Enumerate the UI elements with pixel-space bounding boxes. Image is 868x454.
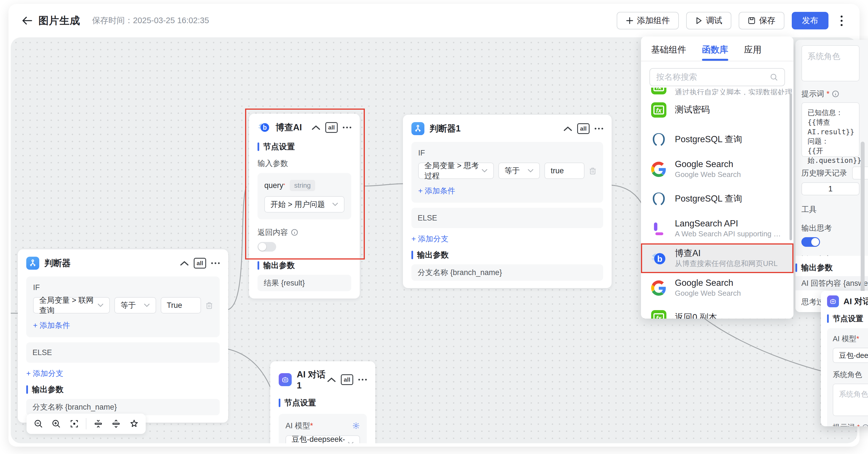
prompt-label: 提示词	[833, 422, 855, 426]
expand-nodes-icon[interactable]	[110, 418, 122, 430]
library-item-title: PostgreSQL 查询	[675, 193, 742, 204]
collapse-nodes-icon[interactable]	[92, 418, 104, 430]
properties-scrollbar[interactable]	[861, 142, 865, 311]
library-item-desc: 从博查搜索任何信息和网页URL	[675, 259, 778, 268]
prompt-textarea[interactable]: 已知信息：{{博查AI.result}}问题：{{开始.question}}	[801, 102, 860, 157]
library-item[interactable]: fx通过执行自定义脚本，实现数据处理	[641, 88, 794, 95]
return-content-toggle[interactable]	[257, 242, 276, 252]
bocha-node-icon: b	[257, 121, 271, 134]
library-item[interactable]: Google SearchGoogle Web Search	[641, 273, 794, 303]
delete-condition-icon[interactable]	[206, 301, 213, 309]
add-condition-link[interactable]: + 添加条件	[33, 320, 213, 331]
play-icon	[695, 17, 703, 25]
svg-text:fx: fx	[656, 315, 661, 319]
fit-view-icon[interactable]	[68, 418, 81, 430]
zoom-in-icon[interactable]	[50, 418, 62, 430]
library-item-title: 返回0 副本	[675, 312, 717, 319]
library-item[interactable]: PostgreSQL 查询	[641, 125, 794, 154]
condition-op-select[interactable]: 等于	[114, 297, 156, 313]
zoom-out-icon[interactable]	[32, 418, 44, 430]
query-value-select[interactable]: 开始 > 用户问题	[264, 196, 344, 212]
library-item-desc: Google Web Search	[675, 170, 741, 179]
svg-text:fx: fx	[656, 88, 661, 91]
library-scrollbar[interactable]	[789, 93, 792, 240]
publish-button[interactable]: 发布	[792, 12, 829, 29]
add-branch-link[interactable]: + 添加分支	[26, 368, 220, 378]
library-item[interactable]: PostgreSQL 查询	[641, 184, 794, 214]
debug-button[interactable]: 调试	[686, 12, 731, 29]
condition-value-input[interactable]: true	[545, 163, 585, 179]
tab-function-library[interactable]: 函数库	[702, 44, 728, 61]
canvas-toolbar	[27, 414, 146, 434]
collapse-icon[interactable]	[312, 125, 320, 130]
library-item-title: 博查AI	[675, 248, 778, 259]
node-menu-icon[interactable]	[343, 126, 351, 129]
run-all-icon[interactable]: all	[194, 258, 206, 268]
back-arrow-icon[interactable]	[21, 15, 33, 27]
run-all-icon[interactable]: all	[341, 374, 353, 385]
condition-op-select[interactable]: 等于	[498, 163, 540, 179]
node-judge1[interactable]: 判断器1 all IF 全局变量 > 思考过程 等于	[403, 115, 612, 288]
node-menu-icon[interactable]	[595, 128, 603, 130]
model-select[interactable]: 豆包-dee	[833, 348, 868, 363]
branch-name-output: 分支名称 {branch_name}	[26, 399, 220, 415]
condition-left-select[interactable]: 全局变量 > 联网查询	[33, 297, 110, 313]
tab-basic-components[interactable]: 基础组件	[651, 44, 686, 61]
node-menu-icon[interactable]	[358, 379, 367, 380]
info-icon	[862, 424, 868, 427]
top-bar: 图片生成 保存时间：2025-03-25 16:02:35 添加组件 调试 保存…	[8, 4, 860, 37]
node-menu-icon[interactable]	[211, 262, 220, 264]
system-role-textarea[interactable]: 系统角色	[833, 384, 868, 416]
save-button[interactable]: 保存	[739, 12, 784, 29]
library-item-title: 测试密码	[675, 104, 710, 115]
library-item[interactable]: fx测试密码	[641, 95, 794, 125]
collapse-icon[interactable]	[564, 126, 572, 131]
library-item-title: Google Search	[675, 159, 741, 170]
chat-history-input[interactable]: 1	[801, 182, 860, 195]
answer-output: AI 回答内容 {answer}	[796, 276, 868, 290]
node-bocha[interactable]: b 博查AI all 节点设置 输入参数 query* string 开始 > …	[249, 114, 360, 299]
condition-left-select[interactable]: 全局变量 > 思考过程	[418, 163, 494, 179]
else-branch[interactable]: ELSE	[411, 208, 603, 228]
add-component-button[interactable]: 添加组件	[617, 12, 679, 29]
output-thinking-label: 输出思考	[801, 223, 868, 233]
collapse-icon[interactable]	[327, 377, 336, 382]
library-search-input[interactable]: 按名称搜索	[649, 68, 785, 86]
chat-history-stepper[interactable]	[852, 167, 868, 179]
run-all-icon[interactable]: all	[577, 123, 590, 134]
output-params-label: 输出参数	[32, 384, 64, 395]
output-params-label: 输出参数	[417, 250, 449, 260]
node-judge[interactable]: 判断器 all IF 全局变量 > 联网查询 等于	[18, 249, 228, 423]
node-title: 判断器	[44, 257, 70, 269]
condition-value-input[interactable]: True	[161, 297, 201, 313]
postgres-icon	[651, 191, 667, 207]
model-label: AI 模型	[285, 422, 310, 430]
run-all-icon[interactable]: all	[325, 122, 338, 133]
add-condition-link[interactable]: + 添加条件	[418, 186, 596, 196]
query-param-name: query	[264, 181, 283, 190]
panel-title: AI 对话	[843, 296, 868, 307]
model-select[interactable]: 豆包-deepseek-r1	[285, 435, 360, 443]
output-thinking-toggle[interactable]	[801, 237, 820, 247]
postgres-icon	[651, 132, 667, 148]
tab-applications[interactable]: 应用	[744, 44, 762, 61]
judge-node-icon	[411, 122, 425, 135]
node-ai-chat1[interactable]: AI 对话1 all 节点设置 AI 模型* 豆包-deepseek-r1	[270, 361, 375, 443]
library-item[interactable]: LangSearch APIA Web Search API supportin…	[641, 214, 794, 244]
library-item[interactable]: fx返回0 副本	[641, 303, 794, 319]
system-role-textarea[interactable]: 系统角色	[801, 45, 860, 81]
branch-name-output: 分支名称 {branch_name}	[411, 264, 603, 281]
component-library-panel: 基础组件 函数库 应用 按名称搜索 fx通过执行自定义脚本，实现数据处理fx测试…	[641, 36, 794, 319]
library-item[interactable]: b博查AI从博查搜索任何信息和网页URL	[641, 244, 794, 273]
output-params-label: 输出参数	[263, 260, 295, 271]
else-branch[interactable]: ELSE	[26, 342, 220, 363]
save-time-text: 保存时间：2025-03-25 16:02:35	[92, 15, 209, 26]
add-branch-link[interactable]: + 添加分支	[411, 234, 603, 244]
more-menu-icon[interactable]	[836, 12, 847, 29]
delete-condition-icon[interactable]	[589, 167, 596, 175]
svg-text:b: b	[263, 124, 267, 131]
library-item[interactable]: Google SearchGoogle Web Search	[641, 154, 794, 184]
beautify-star-icon[interactable]	[128, 418, 140, 430]
model-settings-gear-icon[interactable]	[352, 422, 360, 430]
collapse-icon[interactable]	[180, 261, 189, 266]
